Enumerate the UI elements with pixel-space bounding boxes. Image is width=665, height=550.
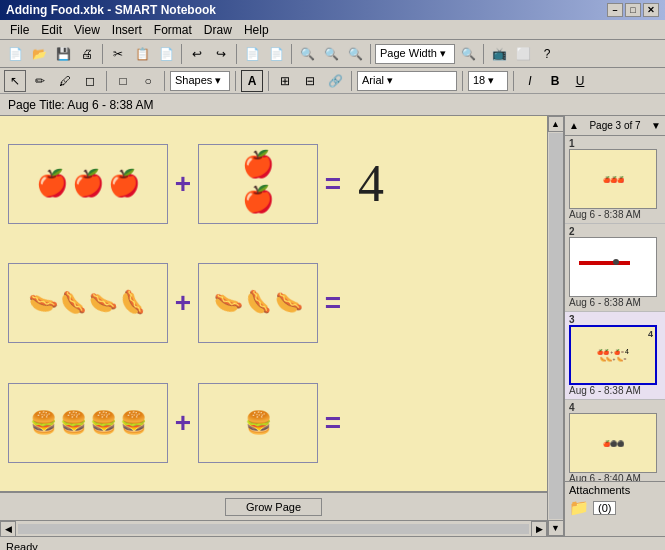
sep8 <box>164 71 165 91</box>
menu-insert[interactable]: Insert <box>106 22 148 38</box>
menu-format[interactable]: Format <box>148 22 198 38</box>
page-title: Page Title: Aug 6 - 8:38 AM <box>8 98 153 112</box>
zoom-in-button[interactable]: 🔍 <box>296 43 318 65</box>
shapes-dropdown[interactable]: Shapes ▾ <box>170 71 230 91</box>
apple-1: 🍎 <box>36 168 68 199</box>
redo-button[interactable]: ↪ <box>210 43 232 65</box>
zoom-dropdown[interactable]: Page Width ▾ <box>375 44 455 64</box>
menu-file[interactable]: File <box>4 22 35 38</box>
page-panel-header: ▲ Page 3 of 7 ▼ <box>565 116 665 136</box>
folder-icon: 📁 <box>569 498 589 517</box>
scroll-up-button[interactable]: ▲ <box>548 116 564 132</box>
left-box-3: 🍔 🍔 🍔 🍔 <box>8 383 168 463</box>
sep3 <box>236 44 237 64</box>
horizontal-scroll-track[interactable] <box>18 524 529 534</box>
font-name-dropdown[interactable]: Arial ▾ <box>357 71 457 91</box>
thumbnail-3[interactable]: 3 🍎🍎+🍎=4 🌭🌭+🌭= 4 Aug 6 - 8:38 AM <box>565 312 665 400</box>
thumb-image-3[interactable]: 🍎🍎+🍎=4 🌭🌭+🌭= 4 <box>569 325 657 385</box>
scroll-down-button[interactable]: ▼ <box>548 520 564 536</box>
main-area: 🍎 🍎 🍎 + 🍎 🍎 = 4 🌭 🌭 🌭 🌭 <box>0 116 665 536</box>
vertical-scroll-track[interactable] <box>549 133 563 519</box>
oval-tool[interactable]: ○ <box>137 70 159 92</box>
open-button[interactable]: 📂 <box>28 43 50 65</box>
zoom-out-button[interactable]: 🔍 <box>320 43 342 65</box>
canvas[interactable]: 🍎 🍎 🍎 + 🍎 🍎 = 4 🌭 🌭 🌭 🌭 <box>0 116 547 491</box>
thumbnail-2[interactable]: 2 Aug 6 - 8:38 AM <box>565 224 665 312</box>
bold-tool[interactable]: B <box>544 70 566 92</box>
panel-nav-down[interactable]: ▼ <box>651 120 661 131</box>
thumbnail-1[interactable]: 1 🍎🍎🍎 Aug 6 - 8:38 AM <box>565 136 665 224</box>
panel-nav-up[interactable]: ▲ <box>569 120 579 131</box>
bg-2: 🍔 <box>60 410 87 436</box>
font-size-dropdown[interactable]: 18 ▾ <box>468 71 508 91</box>
underline-tool[interactable]: U <box>569 70 591 92</box>
pencil-tool[interactable]: ✏ <box>29 70 51 92</box>
vertical-scrollbar: ▲ ▼ <box>547 116 563 536</box>
print-button[interactable]: 🖨 <box>76 43 98 65</box>
table-tool[interactable]: ⊞ <box>274 70 296 92</box>
menu-edit[interactable]: Edit <box>35 22 68 38</box>
grid-tool[interactable]: ⊟ <box>299 70 321 92</box>
sep9 <box>235 71 236 91</box>
plus-op-3: + <box>168 407 198 439</box>
maximize-button[interactable]: □ <box>625 3 641 17</box>
math-row-3: 🍔 🍔 🍔 🍔 + 🍔 = <box>0 378 547 468</box>
paste-button[interactable]: 📄 <box>155 43 177 65</box>
eraser-tool[interactable]: ◻ <box>79 70 101 92</box>
thumb-content-4: 🍎⚫⚫ <box>570 414 656 472</box>
equals-1: = <box>318 168 348 200</box>
left-box-2: 🌭 🌭 🌭 🌭 <box>8 263 168 343</box>
sep11 <box>351 71 352 91</box>
pen-tool[interactable]: 🖊 <box>54 70 76 92</box>
thumb-number-1: 1 <box>569 138 575 149</box>
thumb-content-3: 🍎🍎+🍎=4 🌭🌭+🌭= <box>571 327 655 383</box>
equals-3: = <box>318 407 348 439</box>
screen-button[interactable]: 📺 <box>488 43 510 65</box>
thumbnail-4[interactable]: 4 🍎⚫⚫ Aug 6 - 8:40 AM <box>565 400 665 481</box>
thumb-image-1[interactable]: 🍎🍎🍎 <box>569 149 657 209</box>
apple-r1: 🍎 <box>242 149 274 180</box>
zoom-full-button[interactable]: 🔍 <box>344 43 366 65</box>
sep12 <box>462 71 463 91</box>
fullscreen-button[interactable]: ⬜ <box>512 43 534 65</box>
close-button[interactable]: ✕ <box>643 3 659 17</box>
new-button[interactable]: 📄 <box>4 43 26 65</box>
rect-tool[interactable]: □ <box>112 70 134 92</box>
status-text: Ready <box>6 541 38 551</box>
menu-draw[interactable]: Draw <box>198 22 238 38</box>
scroll-left-button[interactable]: ◀ <box>0 521 16 537</box>
copy-button[interactable]: 📋 <box>131 43 153 65</box>
scroll-right-button[interactable]: ▶ <box>531 521 547 537</box>
insert-button[interactable]: 📄 <box>241 43 263 65</box>
italic-tool[interactable]: I <box>519 70 541 92</box>
link-tool[interactable]: 🔗 <box>324 70 346 92</box>
minimize-button[interactable]: – <box>607 3 623 17</box>
page-title-bar: Page Title: Aug 6 - 8:38 AM <box>0 94 665 116</box>
plus-op-2: + <box>168 287 198 319</box>
menu-view[interactable]: View <box>68 22 106 38</box>
gallery-button[interactable]: 📄 <box>265 43 287 65</box>
toolbar-drawing: ↖ ✏ 🖊 ◻ □ ○ Shapes ▾ A ⊞ ⊟ 🔗 Arial ▾ 18 … <box>0 68 665 94</box>
undo-button[interactable]: ↩ <box>186 43 208 65</box>
menu-bar: File Edit View Insert Format Draw Help <box>0 20 665 40</box>
thumb-image-2[interactable] <box>569 237 657 297</box>
select-tool[interactable]: ↖ <box>4 70 26 92</box>
thumb-number-2: 2 <box>569 226 575 237</box>
text-tool[interactable]: A <box>241 70 263 92</box>
hd-r1: 🌭 <box>212 287 245 319</box>
attachments-content: 📁 (0) <box>569 498 661 517</box>
apple-2: 🍎 <box>72 168 104 199</box>
plus-op-1: + <box>168 168 198 200</box>
grow-page-button[interactable]: Grow Page <box>225 498 322 516</box>
cut-button[interactable]: ✂ <box>107 43 129 65</box>
save-button[interactable]: 💾 <box>52 43 74 65</box>
hd-r3: 🌭 <box>273 289 302 317</box>
thumb-image-4[interactable]: 🍎⚫⚫ <box>569 413 657 473</box>
thumb-label-2: Aug 6 - 8:38 AM <box>569 297 661 308</box>
menu-help[interactable]: Help <box>238 22 275 38</box>
result-1: 4 <box>348 154 384 213</box>
sep2 <box>181 44 182 64</box>
help-button[interactable]: ? <box>536 43 558 65</box>
sep7 <box>106 71 107 91</box>
zoom-level-button[interactable]: 🔍 <box>457 43 479 65</box>
